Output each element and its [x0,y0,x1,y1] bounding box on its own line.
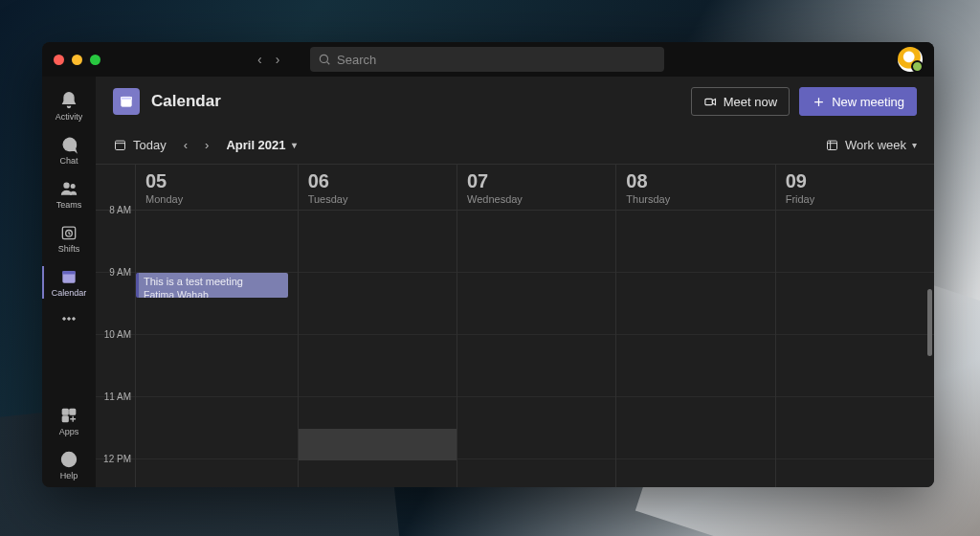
day-name: Wednesday [467,193,606,205]
day-column[interactable]: 06Tuesday [299,165,457,487]
apps-icon [59,406,78,425]
sidebar-item-more[interactable] [42,304,96,333]
chevron-down-icon: ▾ [292,140,297,150]
prev-week-button[interactable]: ‹ [184,138,188,152]
chat-icon [59,135,78,154]
day-name: Tuesday [308,193,447,205]
sidebar-item-label: Calendar [52,288,87,298]
svg-point-9 [68,318,71,321]
calendar-event[interactable]: This is a test meetingFatima Wahab [136,273,288,298]
chevron-down-icon: ▾ [912,140,917,150]
view-label: Work week [845,138,906,152]
new-meeting-button[interactable]: New meeting [799,87,917,116]
hour-label: 11 AM [104,391,131,402]
meet-now-button[interactable]: Meet now [691,87,790,116]
svg-rect-20 [827,141,836,149]
scrollbar-thumb[interactable] [927,289,932,356]
time-slot-highlight[interactable] [299,429,457,460]
svg-point-15 [68,463,69,464]
day-number: 06 [308,170,447,192]
days-container: 05MondayThis is a test meetingFatima Wah… [136,165,934,487]
day-header: 08Thursday [616,165,774,211]
calendar-app-icon [113,88,140,115]
today-label: Today [133,138,167,152]
today-button[interactable]: Today [113,138,167,152]
sidebar-item-label: Apps [59,427,79,436]
day-header: 06Tuesday [299,165,457,211]
view-select[interactable]: Work week ▾ [825,138,917,152]
hour-label: 10 AM [104,329,131,340]
day-number: 05 [145,170,288,192]
app-window: ‹ › Search Activity Chat Teams [42,42,934,487]
history-forward-button[interactable]: › [276,52,280,67]
hour-label: 8 AM [109,205,131,215]
teams-icon [59,179,78,198]
minimize-window-button[interactable] [72,55,82,65]
hour-label: 9 AM [109,267,131,278]
calendar-grid[interactable]: 8 AM9 AM10 AM11 AM12 PM 05MondayThis is … [96,165,934,487]
calendar-today-icon [113,138,127,152]
svg-point-0 [320,55,327,62]
meet-now-label: Meet now [724,95,777,109]
time-column: 8 AM9 AM10 AM11 AM12 PM [96,165,136,487]
sidebar-item-activity[interactable]: Activity [42,84,96,128]
svg-point-3 [71,185,75,189]
calendar-icon [59,267,78,286]
search-icon [318,53,331,66]
history-nav: ‹ › [257,52,279,67]
avatar[interactable] [898,47,923,72]
video-icon [703,95,718,109]
svg-rect-19 [116,141,125,149]
month-picker[interactable]: April 2021 ▾ [226,138,296,152]
bell-icon [59,91,78,110]
day-column[interactable]: 09Friday [776,165,934,487]
svg-rect-18 [705,99,713,104]
sidebar-item-label: Chat [59,156,78,166]
day-name: Thursday [626,193,765,205]
history-back-button[interactable]: ‹ [257,52,262,67]
svg-point-2 [64,183,69,188]
sidebar-item-help[interactable]: Help [42,443,96,487]
window-controls [54,55,100,65]
calendar-view-icon [825,138,839,152]
day-column[interactable]: 05MondayThis is a test meetingFatima Wah… [136,165,299,487]
day-number: 07 [467,170,606,192]
app-rail: Activity Chat Teams Shifts Calendar [42,77,96,487]
svg-line-1 [327,62,330,65]
ellipsis-icon [59,309,78,328]
calendar-toolbar: Today ‹ › April 2021 ▾ Work week ▾ [96,126,934,165]
event-title: This is a test meeting [144,276,283,289]
sidebar-item-label: Help [60,471,78,480]
day-number: 08 [626,170,765,192]
maximize-window-button[interactable] [90,55,100,65]
day-header: 05Monday [136,165,298,211]
week-nav: ‹ › [184,138,210,152]
month-label: April 2021 [226,138,285,152]
next-week-button[interactable]: › [205,138,209,152]
close-window-button[interactable] [54,55,64,65]
svg-rect-7 [62,271,75,274]
svg-point-10 [73,318,76,321]
search-input[interactable]: Search [310,47,664,72]
sidebar-item-label: Activity [56,112,83,122]
sidebar-item-shifts[interactable]: Shifts [42,216,96,260]
sidebar-item-label: Teams [56,200,82,210]
svg-point-8 [63,318,66,321]
day-column[interactable]: 08Thursday [616,165,775,487]
event-organizer: Fatima Wahab [144,289,283,298]
day-number: 09 [786,170,924,192]
day-name: Monday [145,193,288,205]
sidebar-item-calendar[interactable]: Calendar [42,260,96,304]
svg-rect-12 [70,409,76,414]
main-pane: Calendar Meet now New meeting Today [96,77,934,487]
day-column[interactable]: 07Wednesday [457,165,616,487]
new-meeting-label: New meeting [832,95,904,109]
sidebar-item-apps[interactable]: Apps [42,399,96,443]
sidebar-item-chat[interactable]: Chat [42,128,96,172]
sidebar-item-label: Shifts [58,244,80,254]
calendar-icon [119,94,134,109]
plus-icon [812,95,826,109]
sidebar-item-teams[interactable]: Teams [42,172,96,216]
search-placeholder: Search [337,53,376,67]
titlebar: ‹ › Search [42,42,934,77]
